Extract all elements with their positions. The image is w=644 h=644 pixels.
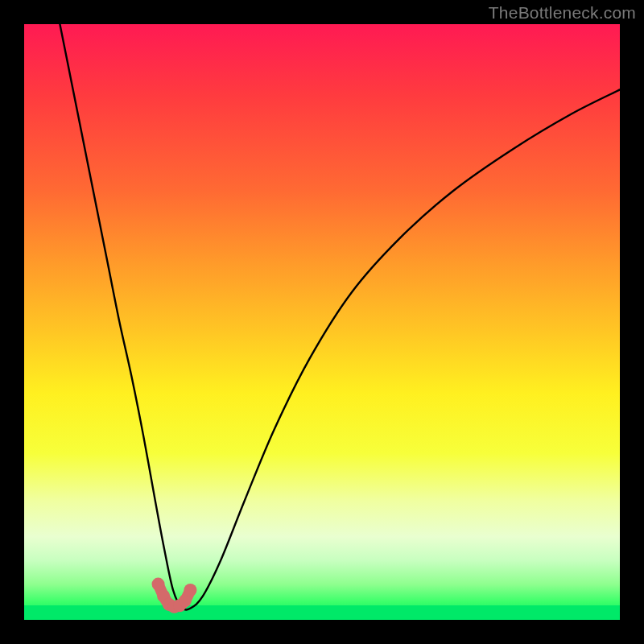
chart-frame: TheBottleneck.com	[0, 0, 644, 644]
curve-path	[60, 24, 620, 610]
marker-dot	[184, 584, 196, 597]
watermark-text: TheBottleneck.com	[489, 3, 636, 23]
chart-svg	[24, 24, 620, 620]
marker-dot	[152, 578, 165, 591]
plot-area	[24, 24, 620, 620]
